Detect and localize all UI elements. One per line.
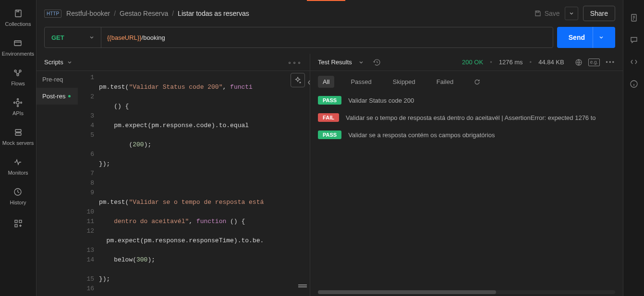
svg-point-4 [17, 74, 19, 76]
history-icon[interactable] [373, 59, 381, 66]
svg-rect-16 [536, 11, 539, 12]
svg-point-6 [17, 99, 19, 100]
share-button[interactable]: Share [583, 6, 615, 21]
ai-assist-icon[interactable] [291, 73, 305, 87]
svg-point-3 [19, 70, 21, 72]
breadcrumb: Restful-booker / Gestao Reserva / Listar… [66, 10, 249, 17]
breadcrumb-part[interactable]: Gestao Reserva [120, 10, 168, 17]
filter-all[interactable]: All [318, 76, 334, 88]
results-icons: e.g. ••• [575, 59, 615, 66]
filter-failed[interactable]: Failed [432, 76, 458, 88]
sidebar-label: Mock servers [2, 140, 34, 146]
grid-add-icon [13, 219, 23, 228]
code-editor[interactable]: 1 2 3 4 5 6 7 8 9 10 [78, 71, 310, 296]
scripts-title[interactable]: Scripts [44, 59, 63, 66]
info-icon[interactable] [630, 80, 638, 88]
results-panel: Test Results 200 OK • 1276 ms • 44.84 KB [310, 54, 623, 296]
request-bar: GET {{baseURL}} /booking Send [44, 27, 615, 48]
chevron-down-icon [359, 60, 364, 65]
active-tab-indicator [307, 0, 345, 1]
save-dropdown[interactable] [565, 7, 578, 20]
horizontal-scrollbar[interactable] [318, 290, 615, 294]
svg-point-9 [21, 102, 22, 104]
eg-icon[interactable]: e.g. [588, 59, 600, 66]
breadcrumb-current: Listar todas as reservas [178, 10, 249, 17]
active-dot-icon [68, 95, 71, 97]
stat-sep: • [530, 59, 532, 66]
save-label[interactable]: Save [545, 10, 560, 17]
svg-point-5 [16, 101, 19, 104]
sidebar-label: Collections [5, 21, 31, 27]
code-icon[interactable] [630, 58, 638, 66]
method-url-group: GET {{baseURL}} /booking [44, 27, 553, 48]
tab-pre-req[interactable]: Pre-req [36, 71, 78, 88]
top-actions: Save Share [534, 6, 615, 21]
scripts-panel: Scripts ∘∘∘ Pre-req Post-res [36, 54, 310, 296]
breadcrumb-part[interactable]: Restful-booker [66, 10, 110, 17]
tab-post-res[interactable]: Post-res [36, 88, 78, 105]
scripts-body: Pre-req Post-res 1 2 [36, 71, 310, 296]
chevron-down-icon [569, 11, 574, 16]
status-badge: FAIL [318, 113, 339, 122]
left-sidebar: Collections Environments Flows APIs Mock… [0, 0, 36, 296]
method-select[interactable]: GET [45, 27, 101, 47]
refresh-icon[interactable] [474, 78, 481, 85]
script-tabs: Pre-req Post-res [36, 71, 78, 296]
test-row[interactable]: FAIL Validar se o tempo de resposta está… [318, 113, 615, 122]
more-icon[interactable]: ∘∘∘ [288, 59, 302, 66]
url-input[interactable]: {{baseURL}} /booking [101, 27, 553, 47]
test-message: Validar Status code 200 [348, 97, 414, 104]
results-title[interactable]: Test Results [318, 59, 352, 66]
right-sidebar [623, 0, 644, 296]
tab-label: Post-res [42, 93, 65, 100]
comment-icon[interactable] [630, 36, 638, 44]
svg-rect-14 [19, 220, 22, 223]
breadcrumb-bar: HTTP Restful-booker / Gestao Reserva / L… [36, 0, 623, 27]
results-filter-bar: All Passed Skipped Failed [310, 71, 623, 92]
url-variable: {{baseURL}} [107, 34, 142, 41]
test-row[interactable]: PASS Validar se a resposta contém os cam… [318, 130, 615, 139]
sidebar-history[interactable]: History [10, 187, 26, 205]
collapse-handle[interactable] [304, 73, 314, 92]
sidebar-flows[interactable]: Flows [11, 68, 25, 86]
sidebar-mock[interactable]: Mock servers [2, 128, 34, 146]
method-label: GET [51, 34, 64, 41]
http-badge: HTTP [44, 10, 61, 18]
environments-icon [13, 38, 23, 48]
tab-label: Pre-req [42, 76, 63, 83]
send-label: Send [569, 34, 585, 41]
test-row[interactable]: PASS Validar Status code 200 [318, 96, 615, 105]
test-message: Validar se o tempo de resposta está dent… [346, 114, 596, 121]
filter-passed[interactable]: Passed [346, 76, 376, 88]
resize-handle-icon[interactable] [298, 284, 307, 287]
sidebar-environments[interactable]: Environments [2, 38, 34, 57]
filter-skipped[interactable]: Skipped [388, 76, 420, 88]
sidebar-label: History [10, 200, 26, 205]
line-gutter: 1 2 3 4 5 6 7 8 9 10 [78, 71, 99, 296]
chevron-down-icon [89, 35, 94, 40]
results-header: Test Results 200 OK • 1276 ms • 44.84 KB [310, 54, 623, 71]
sidebar-label: APIs [12, 110, 24, 116]
svg-point-8 [14, 102, 15, 104]
svg-point-2 [14, 70, 16, 72]
monitors-icon [13, 157, 23, 167]
apis-icon [13, 98, 23, 107]
sidebar-label: Environments [2, 51, 34, 57]
more-icon[interactable]: ••• [606, 59, 615, 66]
mock-icon [13, 128, 23, 137]
svg-point-7 [17, 106, 19, 107]
sidebar-monitors[interactable]: Monitors [8, 157, 28, 176]
globe-icon[interactable] [575, 59, 583, 66]
flows-icon [13, 68, 23, 78]
svg-rect-0 [15, 10, 21, 17]
save-icon [534, 10, 542, 17]
sidebar-more[interactable] [13, 219, 23, 228]
save-group: Save [534, 10, 560, 17]
send-button[interactable]: Send [557, 27, 615, 48]
scrollbar-thumb[interactable] [318, 290, 496, 294]
sidebar-collections[interactable]: Collections [5, 9, 31, 27]
sidebar-apis[interactable]: APIs [12, 98, 24, 116]
docs-icon[interactable] [630, 13, 638, 22]
test-message: Validar se a resposta contém os campos o… [348, 131, 495, 139]
stat-sep: • [490, 59, 492, 66]
